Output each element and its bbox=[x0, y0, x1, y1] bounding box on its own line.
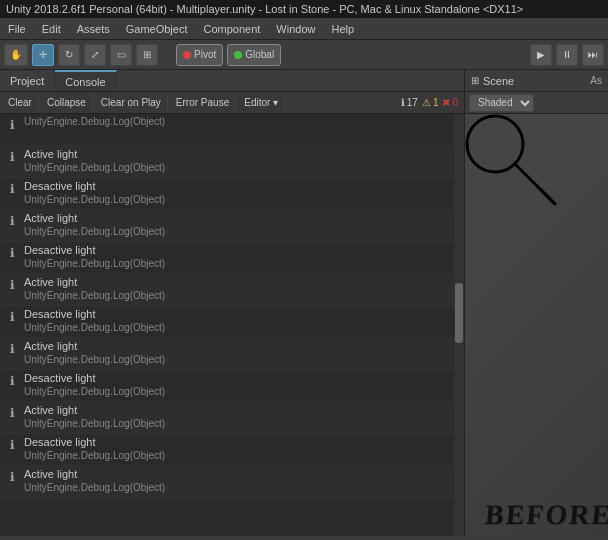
move-tool-button[interactable]: ✛ bbox=[32, 44, 54, 66]
hand-tool-button[interactable]: ✋ bbox=[4, 44, 28, 66]
play-button[interactable]: ▶ bbox=[530, 44, 552, 66]
pivot-label: Pivot bbox=[194, 49, 216, 60]
info-icon: ℹ bbox=[4, 181, 20, 197]
menu-component[interactable]: Component bbox=[195, 21, 268, 37]
list-item[interactable]: ℹ UnityEngine.Debug.Log(Object) bbox=[0, 114, 454, 146]
menu-file[interactable]: File bbox=[0, 21, 34, 37]
multi-tool-button[interactable]: ⊞ bbox=[136, 44, 158, 66]
scene-viewport[interactable]: BEFORE bbox=[465, 114, 608, 536]
global-dot-icon bbox=[234, 51, 242, 59]
scrollbar-thumb[interactable] bbox=[455, 283, 463, 343]
clear-on-play-button[interactable]: Clear on Play bbox=[95, 93, 168, 113]
log-count-badge: ℹ 17 bbox=[401, 97, 418, 108]
list-item[interactable]: ℹ Active light UnityEngine.Debug.Log(Obj… bbox=[0, 210, 454, 242]
info-icon: ℹ bbox=[4, 373, 20, 389]
info-icon: ℹ bbox=[4, 405, 20, 421]
error-count-badge: ✖ 0 bbox=[442, 97, 458, 108]
list-item[interactable]: ℹ Desactive light UnityEngine.Debug.Log(… bbox=[0, 178, 454, 210]
log-count: 17 bbox=[407, 97, 418, 108]
tab-console[interactable]: Console bbox=[55, 70, 116, 91]
info-icon: ℹ bbox=[4, 341, 20, 357]
console-log-area: ℹ UnityEngine.Debug.Log(Object) ℹ Active… bbox=[0, 114, 464, 536]
warn-count: 1 bbox=[433, 97, 439, 108]
error-count: 0 bbox=[452, 97, 458, 108]
step-button[interactable]: ⏭ bbox=[582, 44, 604, 66]
global-label: Global bbox=[245, 49, 274, 60]
error-icon: ✖ bbox=[442, 97, 450, 108]
scene-header: ⊞ Scene As bbox=[465, 70, 608, 92]
pivot-dot-icon bbox=[183, 51, 191, 59]
list-item[interactable]: ℹ Desactive light UnityEngine.Debug.Log(… bbox=[0, 434, 454, 466]
menu-assets[interactable]: Assets bbox=[69, 21, 118, 37]
title-text: Unity 2018.2.6f1 Personal (64bit) - Mult… bbox=[6, 3, 523, 15]
warn-count-badge: ⚠ 1 bbox=[422, 97, 439, 108]
menu-gameobject[interactable]: GameObject bbox=[118, 21, 196, 37]
main-area: Project Console Clear Collapse Clear on … bbox=[0, 70, 608, 536]
toolbar: ✋ ✛ ↻ ⤢ ▭ ⊞ Pivot Global ▶ ⏸ ⏭ bbox=[0, 40, 608, 70]
tab-project[interactable]: Project bbox=[0, 70, 55, 91]
info-icon: ℹ bbox=[4, 213, 20, 229]
pause-button[interactable]: ⏸ bbox=[556, 44, 578, 66]
scale-tool-button[interactable]: ⤢ bbox=[84, 44, 106, 66]
list-item[interactable]: ℹ Active light UnityEngine.Debug.Log(Obj… bbox=[0, 338, 454, 370]
console-badges: ℹ 17 ⚠ 1 ✖ 0 bbox=[401, 97, 462, 108]
list-item[interactable]: ℹ Desactive light UnityEngine.Debug.Log(… bbox=[0, 370, 454, 402]
tab-bar: Project Console bbox=[0, 70, 464, 92]
pivot-selector[interactable]: Pivot bbox=[176, 44, 223, 66]
list-item[interactable]: ℹ Desactive light UnityEngine.Debug.Log(… bbox=[0, 306, 454, 338]
shaded-dropdown[interactable]: Shaded bbox=[469, 94, 534, 112]
info-icon: ℹ bbox=[4, 309, 20, 325]
log-icon: ℹ bbox=[401, 97, 405, 108]
info-icon: ℹ bbox=[4, 277, 20, 293]
collapse-button[interactable]: Collapse bbox=[41, 93, 93, 113]
as-label: As bbox=[590, 75, 602, 86]
list-item[interactable]: ℹ Desactive light UnityEngine.Debug.Log(… bbox=[0, 242, 454, 274]
info-icon: ℹ bbox=[4, 469, 20, 485]
list-item[interactable]: ℹ Active light UnityEngine.Debug.Log(Obj… bbox=[0, 402, 454, 434]
shaded-bar: Shaded bbox=[465, 92, 608, 114]
error-pause-button[interactable]: Error Pause bbox=[170, 93, 236, 113]
info-icon: ℹ bbox=[4, 245, 20, 261]
menu-help[interactable]: Help bbox=[323, 21, 362, 37]
right-panel: ⊞ Scene As Shaded BEFORE bbox=[465, 70, 608, 536]
left-panel: Project Console Clear Collapse Clear on … bbox=[0, 70, 465, 536]
editor-dropdown-button[interactable]: Editor ▾ bbox=[238, 93, 285, 113]
console-toolbar: Clear Collapse Clear on Play Error Pause… bbox=[0, 92, 464, 114]
clear-button[interactable]: Clear bbox=[2, 93, 39, 113]
rotate-tool-button[interactable]: ↻ bbox=[58, 44, 80, 66]
grid-icon: ⊞ bbox=[471, 75, 479, 86]
menu-bar: File Edit Assets GameObject Component Wi… bbox=[0, 18, 608, 40]
scene-title: Scene bbox=[483, 75, 514, 87]
list-item[interactable]: ℹ Active light UnityEngine.Debug.Log(Obj… bbox=[0, 466, 454, 498]
log-text: UnityEngine.Debug.Log(Object) bbox=[24, 115, 165, 128]
global-selector[interactable]: Global bbox=[227, 44, 281, 66]
info-icon: ℹ bbox=[4, 117, 20, 133]
list-item[interactable]: ℹ Active light UnityEngine.Debug.Log(Obj… bbox=[0, 146, 454, 178]
list-item[interactable]: ℹ Active light UnityEngine.Debug.Log(Obj… bbox=[0, 274, 454, 306]
menu-edit[interactable]: Edit bbox=[34, 21, 69, 37]
info-icon: ℹ bbox=[4, 149, 20, 165]
rect-tool-button[interactable]: ▭ bbox=[110, 44, 132, 66]
info-icon: ℹ bbox=[4, 437, 20, 453]
menu-window[interactable]: Window bbox=[268, 21, 323, 37]
warn-icon: ⚠ bbox=[422, 97, 431, 108]
scene-background bbox=[465, 114, 608, 536]
console-scrollbar[interactable] bbox=[454, 114, 464, 536]
title-bar: Unity 2018.2.6f1 Personal (64bit) - Mult… bbox=[0, 0, 608, 18]
console-log[interactable]: ℹ UnityEngine.Debug.Log(Object) ℹ Active… bbox=[0, 114, 454, 536]
